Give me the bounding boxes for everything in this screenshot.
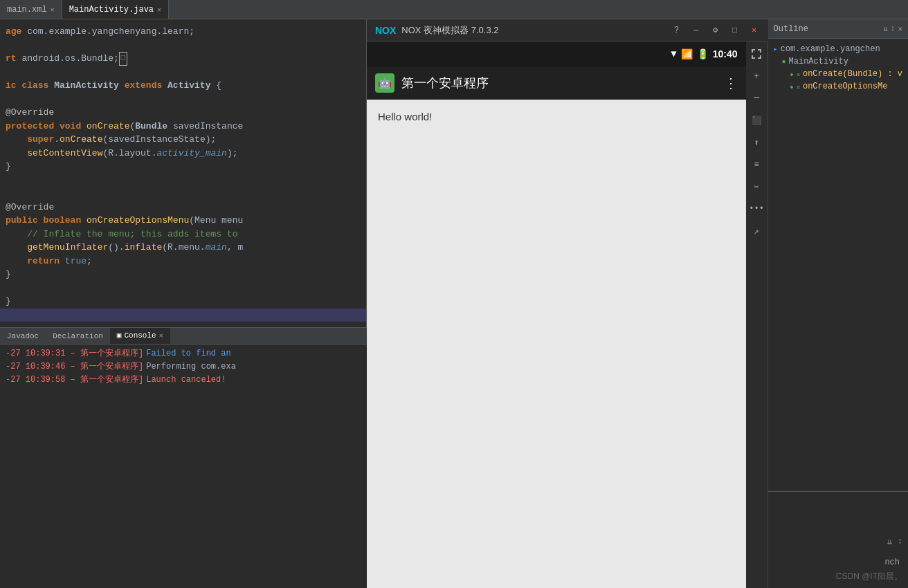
tab-console-close[interactable]: ✕ [159,331,163,340]
code-line: } [0,268,366,282]
volume-up-icon: + [754,71,759,82]
android-screen: ▼ 📶 🔋 10:40 🤖 第一个安卓程序 ⋮ [367,42,746,588]
code-line [0,174,366,187]
emulator-title-left: NOX NOX 夜神模拟器 7.0.3.2 [375,24,499,37]
code-line [0,282,366,295]
code-line: } [0,160,366,174]
signal-icon: 📶 [681,48,693,60]
link-with-editor-button[interactable]: ↕ [891,24,896,33]
android-actionbar: 🤖 第一个安卓程序 ⋮ [367,66,746,100]
app-title-bar: 🤖 第一个安卓程序 [375,73,489,93]
right-panel: Outline ⇊ ↕ ✕ ▸ com.example.yangchen ● M… [768,19,908,588]
code-line: @Override [0,201,366,214]
emulator-panel: NOX NOX 夜神模拟器 7.0.3.2 ? — ⚙ □ ✕ ▼ 📶 🔋 10… [367,19,768,588]
expand-icon[interactable]: ↕ [898,537,902,547]
tab-console[interactable]: ▣ Console ✕ [110,328,170,344]
tab-javadoc[interactable]: Javadoc [0,328,46,344]
bottom-panel: Javadoc Declaration ▣ Console ✕ -27 10:3… [0,327,367,424]
apk-icon: ⬆ [754,138,759,148]
collapse-icon[interactable]: ⇊ [887,537,892,547]
method-dot-icon: ◆ a [790,71,800,77]
restore-button[interactable]: □ [729,25,741,36]
more-icon: ••• [749,204,764,214]
tab-javadoc-label: Javadoc [7,332,39,340]
console-line-3: -27 10:39:58 – 第一个安卓程序] Launch canceled! [6,374,361,387]
console-line-2: -27 10:39:46 – 第一个安卓程序] Performing com.e… [6,360,361,374]
class-dot-icon: ● [782,58,786,66]
outline-content: ▸ com.example.yangchen ● MainActivity ◆ … [768,39,908,491]
outline-panel: Outline ⇊ ↕ ✕ ▸ com.example.yangchen ● M… [768,19,908,491]
tab-area: main.xml ✕ MainActivity.java ✕ [0,0,908,19]
csdn-watermark: CSDN @IT阳晨。 [836,571,902,582]
tab-declaration[interactable]: Declaration [46,328,110,344]
outline-title: Outline [774,24,808,34]
app-title: 第一个安卓程序 [401,75,489,91]
close-button[interactable]: ✕ [749,25,760,36]
app-icon: 🤖 [375,73,394,93]
wifi-icon: ▼ [671,48,676,59]
code-line: protected void onCreate(Bundle savedInst… [0,120,366,134]
tab-close-icon[interactable]: ✕ [51,6,55,14]
code-line: super.onCreate(savedInstanceState); [0,133,366,147]
screen-icon: ⬛ [752,116,762,126]
code-editor: age com.example.yangchenyang.learn; rt a… [0,19,367,327]
tab-label: main.xml [7,5,47,15]
bottom-tabs: Javadoc Declaration ▣ Console ✕ [0,328,367,344]
console-message: Performing com.exa [146,360,236,374]
tab-mainactivity[interactable]: MainActivity.java ✕ [62,0,169,19]
code-line: public boolean onCreateOptionsMenu(Menu … [0,214,366,228]
tab-declaration-label: Declaration [53,332,103,340]
outline-class-item[interactable]: ● MainActivity [771,55,905,68]
android-content: Hello world! [367,100,746,588]
volume-up-button[interactable]: + [747,66,766,86]
right-bottom-controls: ⇊ ↕ [887,537,902,547]
tab-close-icon[interactable]: ✕ [157,6,161,14]
outline-controls: ⇊ ↕ ✕ [883,24,902,33]
external-icon: ↗ [754,226,759,237]
code-line: // Inflate the menu; this adds items to [0,228,366,241]
emulator-title-controls: ? — ⚙ □ ✕ [671,25,760,36]
outline-package-item: ▸ com.example.yangchen [771,43,905,55]
code-line-highlighted [0,309,366,322]
list-icon-button[interactable]: ≡ [747,155,766,174]
cut-button[interactable]: ✂ [747,177,766,196]
console-icon: ▣ [117,331,122,340]
code-line: ic class MainActivity extends Activity { [0,79,366,93]
emulator-titlebar: NOX NOX 夜神模拟器 7.0.3.2 ? — ⚙ □ ✕ [367,19,768,42]
code-line [0,39,366,53]
oncreateoptionsmenu-method: onCreateOptionsMe [803,82,887,91]
hello-world-text: Hello world! [378,111,432,122]
top-bar: main.xml ✕ MainActivity.java ✕ [0,0,908,19]
minimize-button[interactable]: — [691,25,702,36]
help-button[interactable]: ? [671,25,682,36]
method-dot-icon2: ◆ a [790,84,800,90]
also-area: nch [882,553,902,571]
emulator-title-text: NOX 夜神模拟器 7.0.3.2 [401,24,498,37]
close-outline-button[interactable]: ✕ [898,24,902,33]
tab-console-label: Console [124,331,156,340]
more-button[interactable]: ••• [747,199,766,219]
outline-oncreate-item[interactable]: ◆ a onCreate(Bundle) : v [771,68,905,80]
install-apk-button[interactable]: ⬆ [747,133,766,152]
package-icon: ▸ [774,45,778,53]
tab-main-xml[interactable]: main.xml ✕ [0,0,62,19]
screen-button[interactable]: ⬛ [747,111,766,130]
overflow-menu-button[interactable]: ⋮ [724,75,738,92]
outline-oncreateoptionsmenu-item[interactable]: ◆ a onCreateOptionsMe [771,80,905,93]
external-button[interactable]: ↗ [747,221,766,241]
fullscreen-button[interactable] [747,44,766,64]
class-name: MainActivity [789,57,848,66]
code-line [0,93,366,107]
console-timestamp: -27 10:39:46 – 第一个安卓程序] [6,360,143,374]
main-area: age com.example.yangchenyang.learn; rt a… [0,19,908,588]
volume-down-button[interactable]: − [747,89,766,108]
collapse-all-button[interactable]: ⇊ [883,24,888,33]
code-content[interactable]: age com.example.yangchenyang.learn; rt a… [0,19,366,327]
code-line: age com.example.yangchenyang.learn; [0,25,366,39]
console-message: Launch canceled! [146,374,226,387]
android-statusbar: ▼ 📶 🔋 10:40 [367,42,746,66]
status-icons: ▼ 📶 🔋 10:40 [671,48,737,60]
settings-button[interactable]: ⚙ [710,25,721,36]
tab-label: MainActivity.java [69,5,154,15]
code-line: rt android.os.Bundle;□ [0,52,366,66]
